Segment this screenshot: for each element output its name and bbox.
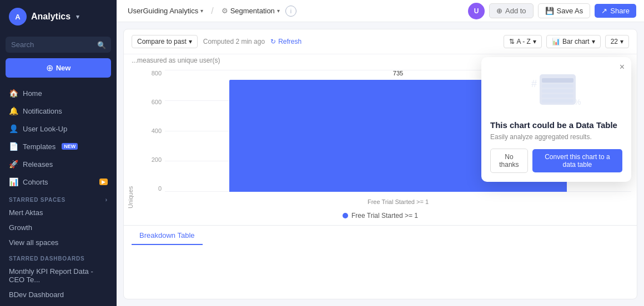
- convert-button[interactable]: Convert this chart to a data table: [532, 149, 622, 172]
- starred-space-mert[interactable]: Mert Aktas: [0, 205, 117, 220]
- topbar-nav-segmentation[interactable]: ⚙ Segmentation ▾: [218, 4, 283, 17]
- legend-label: Free Trial Started >= 1: [351, 212, 418, 220]
- sort-icon: ⇅: [509, 38, 515, 45]
- legend-dot: [343, 213, 348, 218]
- chart-area: Compare to past ▾ Computed 2 min ago ↻ R…: [123, 29, 637, 299]
- starred-dashboards-section: STARRED DASHBOARDS: [0, 250, 117, 264]
- home-icon: 🏠: [9, 89, 18, 98]
- app-logo[interactable]: A Analytics ▾: [0, 0, 117, 33]
- segmentation-chevron-icon: ▾: [277, 8, 280, 14]
- sidebar-item-home[interactable]: 🏠 Home: [0, 84, 117, 102]
- svg-text:%: %: [574, 98, 581, 106]
- x-axis-label: Free Trial Started >= 1: [165, 198, 631, 205]
- sidebar-item-notifications[interactable]: 🔔 Notifications: [0, 102, 117, 120]
- sidebar-item-templates[interactable]: 📄 Templates NEW: [0, 137, 117, 155]
- chart-header: Compare to past ▾ Computed 2 min ago ↻ R…: [124, 29, 637, 54]
- svg-rect-5: [542, 99, 573, 103]
- popup-title: This chart could be a Data Table: [490, 120, 622, 130]
- svg-rect-1: [542, 78, 573, 83]
- chart-type-button[interactable]: 📊 Bar chart ▾: [546, 35, 601, 48]
- refresh-icon: ↻: [270, 38, 276, 45]
- popup-illustration: # %: [490, 66, 622, 114]
- topbar-nav-analytics[interactable]: UserGuiding Analytics ▾: [124, 4, 207, 17]
- y-axis-label: Uniques: [124, 64, 137, 208]
- topbar: UserGuiding Analytics ▾ / ⚙ Segmentation…: [117, 0, 644, 22]
- sidebar-item-cohorts[interactable]: 📊 Cohorts ▶: [0, 173, 117, 191]
- popup-actions: No thanks Convert this chart to a data t…: [490, 149, 622, 173]
- popup-close-button[interactable]: ×: [620, 63, 625, 72]
- save-icon: 💾: [545, 7, 554, 15]
- data-table-popup: × # % This chart could be a Data Table: [481, 57, 631, 182]
- y-axis: 800 600 400 200 0: [137, 64, 165, 208]
- notifications-icon: 🔔: [9, 106, 18, 115]
- add-to-button[interactable]: ⊕ Add to: [489, 3, 534, 18]
- sort-chevron-icon: ▾: [533, 38, 536, 45]
- svg-rect-2: [542, 84, 573, 88]
- refresh-button[interactable]: ↻ Refresh: [270, 38, 301, 45]
- date-chevron-icon: ▾: [620, 38, 623, 45]
- starred-space-growth[interactable]: Growth: [0, 220, 117, 235]
- share-icon: ↗: [601, 7, 607, 15]
- search-icon: 🔍: [97, 40, 106, 49]
- svg-text:#: #: [531, 78, 537, 89]
- breakdown-bar: Breakdown Table: [124, 225, 637, 245]
- add-icon: ⊕: [496, 7, 502, 15]
- sidebar: A Analytics ▾ 🔍 ⊕ New 🏠 Home 🔔 Notificat…: [0, 0, 117, 306]
- sidebar-item-govern[interactable]: 🔧 Govern: [0, 302, 117, 306]
- plus-icon: ⊕: [46, 63, 53, 73]
- starred-spaces-section: STARRED SPACES ›: [0, 191, 117, 205]
- breakdown-table-tab[interactable]: Breakdown Table: [132, 226, 203, 245]
- sidebar-search-container: 🔍: [6, 37, 111, 53]
- share-button[interactable]: ↗ Share: [595, 4, 636, 18]
- chart-legend: Free Trial Started >= 1: [124, 208, 637, 225]
- topbar-nav: UserGuiding Analytics ▾ / ⚙ Segmentation…: [124, 4, 296, 17]
- svg-rect-3: [542, 89, 573, 93]
- starred-dashboard-kpi[interactable]: Monthly KPI Report Data - CEO Te...: [0, 264, 117, 287]
- bar-value-label: 735: [393, 70, 403, 76]
- starred-spaces-chevron-icon[interactable]: ›: [105, 196, 108, 203]
- computed-text: Computed 2 min ago: [203, 38, 265, 45]
- sidebar-item-user-lookup[interactable]: 👤 User Look-Up: [0, 120, 117, 137]
- compare-chevron-icon: ▾: [189, 38, 192, 45]
- compare-button[interactable]: Compare to past ▾: [132, 35, 198, 48]
- new-badge: NEW: [62, 143, 78, 150]
- view-all-spaces[interactable]: View all spaces: [0, 235, 117, 250]
- save-as-button[interactable]: 💾 Save As: [538, 3, 591, 18]
- video-badge: ▶: [99, 178, 108, 185]
- chart-type-chevron-icon: ▾: [592, 38, 595, 45]
- main-content: UserGuiding Analytics ▾ / ⚙ Segmentation…: [117, 0, 644, 306]
- new-button[interactable]: ⊕ New: [6, 58, 111, 78]
- bar-chart-icon: 📊: [552, 38, 560, 45]
- sort-button[interactable]: ⇅ A - Z ▾: [504, 35, 542, 48]
- logo-chevron-icon: ▾: [76, 13, 79, 21]
- cohorts-icon: 📊: [9, 177, 18, 186]
- popup-description: Easily analyze aggregated results.: [490, 133, 622, 141]
- templates-icon: 📄: [9, 142, 18, 151]
- releases-icon: 🚀: [9, 160, 18, 169]
- app-title: Analytics: [31, 12, 71, 22]
- search-input[interactable]: [6, 37, 111, 53]
- nav-separator: /: [211, 6, 213, 16]
- analytics-chevron-icon: ▾: [200, 8, 203, 14]
- user-icon: 👤: [9, 124, 18, 133]
- no-thanks-button[interactable]: No thanks: [490, 149, 528, 173]
- svg-rect-4: [542, 94, 573, 98]
- chart-header-right: ⇅ A - Z ▾ 📊 Bar chart ▾ 22 ▾: [504, 35, 629, 48]
- segmentation-icon: ⚙: [222, 7, 228, 15]
- starred-dashboard-bdev[interactable]: BDev Dashboard: [0, 287, 117, 302]
- avatar[interactable]: U: [468, 3, 485, 19]
- logo-circle: A: [9, 8, 27, 26]
- topbar-right: U ⊕ Add to 💾 Save As ↗ Share: [468, 3, 636, 19]
- table-illustration-icon: # %: [529, 72, 584, 110]
- sidebar-item-releases[interactable]: 🚀 Releases: [0, 155, 117, 173]
- date-button[interactable]: 22 ▾: [605, 35, 629, 48]
- info-icon[interactable]: i: [285, 6, 296, 17]
